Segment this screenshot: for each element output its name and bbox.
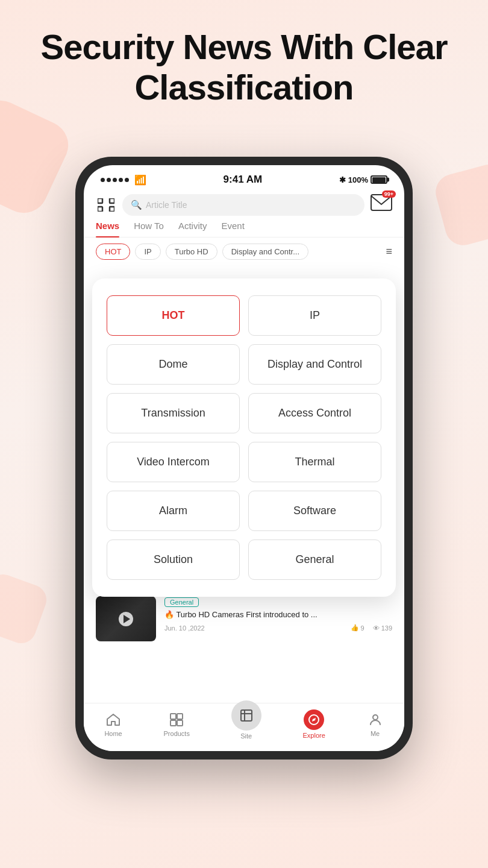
wifi-icon: 📶 xyxy=(134,174,146,186)
svg-rect-0 xyxy=(98,198,102,203)
explore-icon xyxy=(304,709,324,730)
svg-marker-16 xyxy=(312,718,316,722)
tab-howto[interactable]: How To xyxy=(134,221,164,237)
home-icon xyxy=(105,711,122,728)
bg-shape-2 xyxy=(432,161,488,250)
play-triangle-icon xyxy=(124,615,130,623)
nav-me[interactable]: Me xyxy=(367,711,384,737)
svg-rect-1 xyxy=(110,198,114,203)
svg-rect-12 xyxy=(241,710,252,721)
tab-activity[interactable]: Activity xyxy=(178,221,207,237)
news-info: General 🔥 Turbo HD Cameras First introdu… xyxy=(164,596,392,641)
news-meta: Jun. 10 ,2022 👍 9 👁 139 xyxy=(164,624,392,632)
svg-rect-8 xyxy=(170,714,176,719)
chip-hot[interactable]: HOT xyxy=(96,244,130,260)
category-video-intercom[interactable]: Video Intercom xyxy=(107,442,240,482)
nav-me-label: Me xyxy=(371,730,380,737)
status-bar: 📶 9:41 AM ✱ 100% xyxy=(84,165,404,190)
news-views: 👁 139 xyxy=(373,624,392,632)
bg-shape-1 xyxy=(0,93,76,221)
news-thumbnail xyxy=(96,596,156,641)
battery-icon xyxy=(371,175,387,184)
battery-percent: 100% xyxy=(348,175,368,184)
signal-dot xyxy=(101,178,105,182)
category-alarm[interactable]: Alarm xyxy=(107,491,240,531)
play-button xyxy=(119,612,133,626)
svg-rect-3 xyxy=(110,207,114,212)
category-grid: HOT IP Dome Display and Control Transmis… xyxy=(107,295,381,580)
nav-site-label: Site xyxy=(240,732,252,740)
app-header: 🔍 Article Title 99+ xyxy=(84,190,404,221)
category-display[interactable]: Display and Control xyxy=(248,344,381,385)
signal-dot xyxy=(113,178,117,182)
bluetooth-icon: ✱ xyxy=(339,175,346,184)
nav-home[interactable]: Home xyxy=(104,711,122,737)
category-solution[interactable]: Solution xyxy=(107,539,240,580)
nav-explore[interactable]: Explore xyxy=(303,709,325,739)
bottom-nav: Home Products xyxy=(84,703,404,751)
nav-home-label: Home xyxy=(104,730,122,737)
signal-dot xyxy=(107,178,111,182)
site-icon-circle xyxy=(231,700,261,731)
battery-tip xyxy=(387,178,389,182)
clock: 9:41 AM xyxy=(224,174,263,186)
hero-section: Security News With Clear Classification xyxy=(0,27,488,107)
phone-container: 📶 9:41 AM ✱ 100% xyxy=(75,157,413,832)
bg-shape-3 xyxy=(0,570,51,647)
chip-display[interactable]: Display and Contr... xyxy=(222,244,308,260)
svg-rect-10 xyxy=(170,720,176,726)
filter-chips: HOT IP Turbo HD Display and Contr... ≡ xyxy=(84,237,404,266)
category-hot[interactable]: HOT xyxy=(107,295,240,336)
search-bar[interactable]: 🔍 Article Title xyxy=(122,194,364,216)
news-tag: General xyxy=(164,597,199,607)
signal-dot xyxy=(125,178,129,182)
hero-title: Security News With Clear Classification xyxy=(36,27,452,107)
battery-fill xyxy=(372,177,386,183)
nav-explore-label: Explore xyxy=(303,732,325,739)
tab-event[interactable]: Event xyxy=(221,221,244,237)
phone-screen: 📶 9:41 AM ✱ 100% xyxy=(84,165,404,751)
category-ip[interactable]: IP xyxy=(248,295,381,336)
phone-frame: 📶 9:41 AM ✱ 100% xyxy=(75,157,413,760)
chip-turbohd[interactable]: Turbo HD xyxy=(166,244,217,260)
category-access-control[interactable]: Access Control xyxy=(248,393,381,433)
products-icon xyxy=(168,711,185,728)
nav-tabs: News How To Activity Event xyxy=(84,221,404,237)
category-software[interactable]: Software xyxy=(248,491,381,531)
svg-rect-9 xyxy=(177,714,183,719)
mail-button[interactable]: 99+ xyxy=(371,194,392,216)
news-title: 🔥 Turbo HD Cameras First introduced to .… xyxy=(164,609,392,620)
nav-products[interactable]: Products xyxy=(164,711,190,737)
me-icon xyxy=(367,711,384,728)
search-icon: 🔍 xyxy=(131,200,142,210)
search-placeholder: Article Title xyxy=(146,200,187,210)
category-transmission[interactable]: Transmission xyxy=(107,393,240,433)
nav-products-label: Products xyxy=(164,730,190,737)
svg-rect-11 xyxy=(177,720,183,726)
news-item[interactable]: General 🔥 Turbo HD Cameras First introdu… xyxy=(96,596,392,641)
svg-point-17 xyxy=(373,715,378,720)
signal-icon: 📶 xyxy=(101,174,146,186)
chip-ip[interactable]: IP xyxy=(135,244,160,260)
signal-dot xyxy=(119,178,123,182)
scan-icon[interactable] xyxy=(96,197,116,213)
news-date: Jun. 10 ,2022 xyxy=(164,624,205,632)
thumb-image-2 xyxy=(96,596,156,641)
tab-news[interactable]: News xyxy=(96,221,119,237)
svg-rect-2 xyxy=(98,207,102,212)
nav-site[interactable]: Site xyxy=(231,709,261,740)
list-view-icon[interactable]: ≡ xyxy=(386,245,392,258)
category-dome[interactable]: Dome xyxy=(107,344,240,385)
category-thermal[interactable]: Thermal xyxy=(248,442,381,482)
status-right-icons: ✱ 100% xyxy=(339,175,387,184)
category-popup: HOT IP Dome Display and Control Transmis… xyxy=(92,278,396,597)
category-general[interactable]: General xyxy=(248,539,381,580)
news-likes: 👍 9 xyxy=(351,624,364,632)
notification-badge: 99+ xyxy=(382,190,396,198)
